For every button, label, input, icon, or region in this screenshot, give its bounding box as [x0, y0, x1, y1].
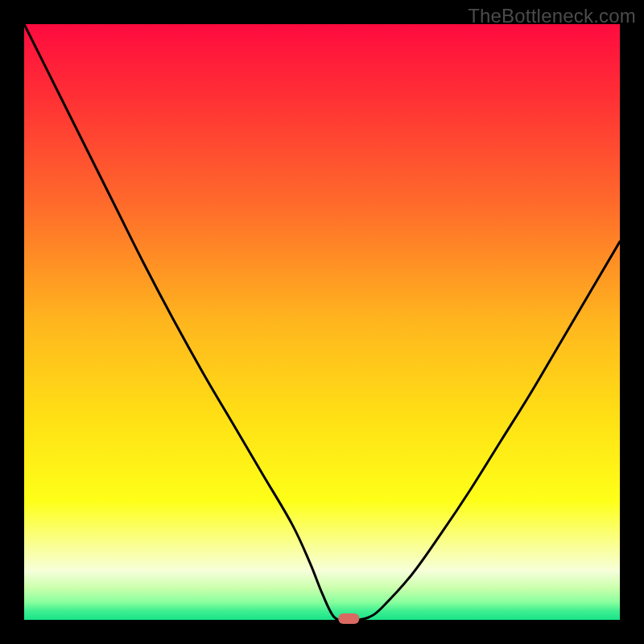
plot-background [24, 24, 620, 620]
watermark-text: TheBottleneck.com [468, 5, 636, 27]
chart-frame: TheBottleneck.com [0, 0, 644, 644]
optimum-marker [338, 613, 359, 624]
bottleneck-chart [0, 0, 644, 644]
